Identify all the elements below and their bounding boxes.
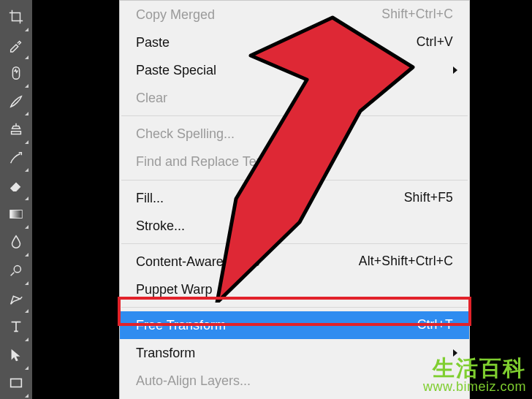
- crop-tool[interactable]: [3, 5, 29, 32]
- history-brush-icon: [8, 150, 24, 170]
- clone-stamp-tool[interactable]: [3, 118, 29, 145]
- menu-item-content-aware-scale[interactable]: Content-Aware ScaleAlt+Shift+Ctrl+C: [120, 248, 469, 276]
- tools-toolbar: [0, 0, 32, 399]
- eyedropper-icon: [8, 37, 24, 56]
- healing-brush-tool[interactable]: [3, 61, 29, 88]
- menu-item-auto-blend-layers: Auto-Blend Layers...: [120, 395, 469, 399]
- crop-icon: [8, 9, 24, 28]
- menu-item-label: Find and Replace Text...: [136, 152, 453, 171]
- brush-icon: [8, 94, 24, 113]
- menu-separator: [121, 307, 468, 308]
- blur-icon: [8, 234, 24, 254]
- menu-item-auto-align-layers: Auto-Align Layers...: [120, 367, 469, 395]
- eyedropper-tool[interactable]: [3, 34, 29, 61]
- menu-item-label: Free Transform: [136, 316, 417, 335]
- menu-item-free-transform[interactable]: Free TransformCtrl+T: [120, 311, 469, 339]
- eraser-icon: [8, 178, 24, 197]
- type-tool[interactable]: [3, 315, 29, 342]
- submenu-arrow-icon: [453, 349, 457, 357]
- brush-tool[interactable]: [3, 90, 29, 117]
- dodge-icon: [8, 262, 24, 282]
- svg-rect-1: [10, 210, 23, 218]
- menu-item-find-and-replace-text: Find and Replace Text...: [120, 148, 469, 175]
- menu-item-check-spelling: Check Spelling...: [120, 120, 469, 148]
- rectangle-tool[interactable]: [3, 372, 29, 399]
- menu-item-label: Fill...: [136, 189, 404, 208]
- menu-item-label: Paste Special: [136, 61, 447, 80]
- eraser-tool[interactable]: [3, 174, 29, 201]
- menu-item-stroke[interactable]: Stroke...: [120, 212, 469, 240]
- menu-item-label: Content-Aware Scale: [136, 252, 359, 271]
- menu-item-shortcut: Alt+Shift+Ctrl+C: [359, 252, 453, 270]
- gradient-tool[interactable]: [3, 202, 29, 229]
- menu-item-label: Stroke...: [136, 216, 453, 235]
- menu-item-shortcut: Ctrl+V: [417, 33, 453, 51]
- menu-item-label: Paste: [136, 33, 417, 52]
- rectangle-icon: [8, 375, 24, 395]
- path-selection-tool[interactable]: [3, 343, 29, 370]
- edit-menu-dropdown: Copy MergedShift+Ctrl+CPasteCtrl+VPaste …: [119, 0, 470, 399]
- dodge-tool[interactable]: [3, 259, 29, 286]
- menu-item-label: Copy Merged: [136, 5, 381, 24]
- blur-tool[interactable]: [3, 231, 29, 258]
- menu-separator: [121, 243, 468, 244]
- menu-item-transform[interactable]: Transform: [120, 339, 469, 367]
- menu-item-label: Auto-Align Layers...: [136, 371, 453, 390]
- menu-item-paste[interactable]: PasteCtrl+V: [120, 28, 469, 56]
- menu-item-paste-special[interactable]: Paste Special: [120, 56, 469, 84]
- menu-item-label: Puppet Warp: [136, 280, 453, 299]
- menu-item-label: Transform: [136, 343, 447, 362]
- clone-stamp-icon: [8, 121, 24, 141]
- menu-item-fill[interactable]: Fill...Shift+F5: [120, 184, 469, 212]
- menu-separator: [121, 180, 468, 180]
- healing-brush-icon: [8, 65, 24, 85]
- pen-icon: [8, 291, 24, 311]
- svg-point-2: [14, 266, 20, 273]
- gradient-icon: [8, 206, 24, 226]
- menu-item-puppet-warp[interactable]: Puppet Warp: [120, 276, 469, 303]
- submenu-arrow-icon: [453, 66, 457, 74]
- menu-item-label: Clear: [136, 88, 453, 107]
- pen-tool[interactable]: [3, 287, 29, 314]
- svg-rect-3: [11, 379, 22, 387]
- menu-item-shortcut: Ctrl+T: [417, 316, 453, 334]
- menu-item-clear: Clear: [120, 84, 469, 112]
- menu-item-shortcut: Shift+F5: [404, 189, 453, 207]
- menu-item-shortcut: Shift+Ctrl+C: [381, 5, 453, 23]
- menu-separator: [121, 115, 468, 116]
- type-icon: [8, 319, 24, 338]
- history-brush-tool[interactable]: [3, 146, 29, 173]
- path-selection-icon: [8, 347, 24, 367]
- menu-item-label: Check Spelling...: [136, 124, 453, 143]
- menu-item-copy-merged: Copy MergedShift+Ctrl+C: [120, 1, 469, 28]
